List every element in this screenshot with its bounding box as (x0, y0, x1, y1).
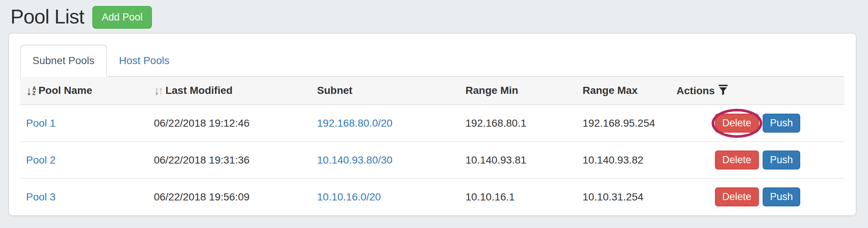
subnet-link[interactable]: 192.168.80.0/20 (317, 117, 392, 129)
table-row: Pool 2 06/22/2018 19:31:36 10.140.93.80/… (20, 142, 845, 178)
page-title: Pool List (10, 5, 84, 28)
sort-alpha-asc-icon[interactable]: ↓AZ (26, 86, 36, 96)
range-max-value: 10.10.31.254 (576, 178, 670, 215)
tab-subnet-pools[interactable]: Subnet Pools (20, 45, 107, 77)
table-row: Pool 1 06/22/2018 19:12:46 192.168.80.0/… (20, 105, 845, 142)
column-header-last-modified[interactable]: ↓↑Last Modified (148, 77, 311, 105)
table-header-row: ↓AZPool Name ↓↑Last Modified Subnet Rang… (20, 77, 845, 105)
add-pool-button[interactable]: Add Pool (92, 6, 152, 29)
last-modified-value: 06/22/2018 19:31:36 (148, 142, 311, 178)
pool-name-link[interactable]: Pool 1 (26, 117, 55, 129)
tab-host-pools[interactable]: Host Pools (107, 45, 182, 77)
column-header-subnet: Subnet (311, 77, 460, 105)
column-header-pool-name[interactable]: ↓AZPool Name (20, 77, 148, 105)
sort-unsorted-icon[interactable]: ↓↑ (154, 85, 164, 96)
last-modified-value: 06/22/2018 19:56:09 (148, 178, 311, 215)
subnet-pools-table: ↓AZPool Name ↓↑Last Modified Subnet Rang… (20, 77, 845, 215)
range-min-value: 10.140.93.81 (460, 142, 576, 178)
push-button[interactable]: Push (763, 151, 801, 170)
pool-name-link[interactable]: Pool 3 (26, 191, 55, 203)
pool-name-link[interactable]: Pool 2 (26, 154, 55, 166)
filter-icon[interactable] (718, 84, 728, 95)
pool-tabs: Subnet Pools Host Pools (20, 45, 845, 77)
push-button[interactable]: Push (763, 114, 801, 133)
delete-button[interactable]: Delete (715, 187, 759, 206)
range-max-value: 10.140.93.82 (576, 142, 670, 178)
column-header-range-max: Range Max (576, 77, 670, 105)
delete-button[interactable]: Delete (715, 151, 759, 170)
column-header-actions: Actions (671, 77, 845, 105)
subnet-link[interactable]: 10.140.93.80/30 (317, 154, 392, 166)
pool-list-panel: Subnet Pools Host Pools ↓AZPool Name ↓↑L… (8, 33, 856, 216)
range-min-value: 192.168.80.1 (460, 105, 576, 142)
column-header-range-min: Range Min (460, 77, 576, 105)
page-header: Pool List Add Pool (0, 0, 868, 33)
range-min-value: 10.10.16.1 (460, 178, 576, 215)
delete-button[interactable]: Delete (715, 114, 759, 133)
range-max-value: 192.168.95.254 (576, 105, 670, 142)
subnet-link[interactable]: 10.10.16.0/20 (317, 191, 381, 203)
push-button[interactable]: Push (763, 187, 801, 206)
table-row: Pool 3 06/22/2018 19:56:09 10.10.16.0/20… (20, 178, 845, 215)
last-modified-value: 06/22/2018 19:12:46 (148, 105, 311, 142)
